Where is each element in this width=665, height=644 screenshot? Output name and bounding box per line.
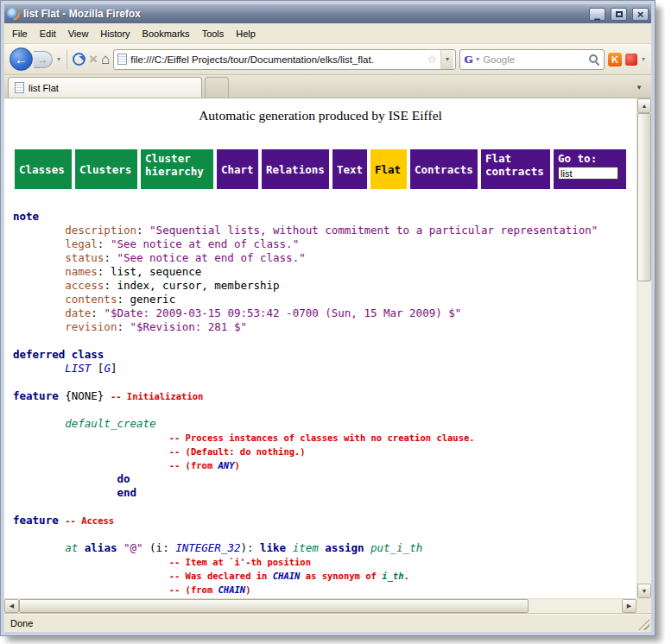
code-text	[286, 541, 293, 554]
search-placeholder[interactable]: Google	[483, 54, 586, 65]
tab-stub[interactable]	[205, 77, 229, 98]
horizontal-scroll-track[interactable]	[529, 599, 622, 613]
nav-button-label: Contracts	[415, 163, 473, 176]
nav-button-chart[interactable]: Chart	[217, 149, 258, 189]
code-line	[13, 403, 636, 417]
code-line: feature {NONE} -- Initialization	[13, 389, 636, 403]
class-link[interactable]: LIST	[65, 362, 91, 375]
code-text: "@"	[124, 541, 143, 554]
doc-nav-row: ClassesClustersCluster hierarchyChartRel…	[15, 149, 636, 189]
nav-button-clusters[interactable]: Clusters	[75, 149, 137, 189]
code-text: status	[65, 251, 104, 264]
horizontal-scrollbar[interactable]: ◀ ▶	[4, 598, 636, 613]
menu-item-file[interactable]: File	[6, 25, 34, 42]
code-line: date: "$Date: 2009-03-15 09:53:42 -0700 …	[13, 306, 636, 320]
nav-button-flat-contracts[interactable]: Flat contracts	[481, 149, 550, 189]
code-line	[13, 334, 636, 348]
class-link[interactable]: INTEGER_32	[175, 541, 240, 554]
forward-icon: →	[38, 54, 48, 66]
feature-link[interactable]: put_i_th	[370, 541, 422, 554]
code-text: legal	[65, 237, 98, 250]
content-area: Automatic generation produced by ISE Eif…	[4, 98, 651, 598]
code-line: -- (from CHAIN)	[13, 583, 636, 597]
class-link[interactable]: G	[104, 362, 111, 375]
class-link[interactable]: CHAIN	[218, 584, 246, 595]
code-line: description: "Sequential lists, without …	[13, 224, 636, 237]
vertical-scrollbar[interactable]: ▲ ▼	[636, 98, 651, 598]
code-line: end	[13, 486, 636, 500]
address-bar[interactable]: file:///C:/Eiffel Projects/tour/Document…	[113, 49, 456, 70]
nav-button-label: Flat	[375, 163, 401, 176]
nav-button-label: Chart	[221, 163, 254, 176]
feature-link[interactable]: i_th	[382, 571, 403, 581]
document-page: Automatic generation produced by ISE Eif…	[4, 98, 636, 598]
nav-button-text[interactable]: Text	[332, 149, 367, 189]
menu-item-help[interactable]: Help	[230, 25, 262, 42]
nav-button-classes[interactable]: Classes	[15, 149, 72, 189]
reload-icon[interactable]	[73, 53, 86, 66]
resize-grip[interactable]	[638, 619, 649, 630]
code-text: ]	[111, 362, 117, 375]
code-text	[13, 417, 65, 430]
scroll-up-button[interactable]: ▲	[637, 98, 651, 113]
code-text: date	[65, 306, 91, 319]
nav-button-flat[interactable]: Flat	[370, 149, 407, 189]
code-block: note description: "Sequential lists, wit…	[13, 210, 636, 597]
search-engine-dropdown-icon[interactable]: ▾	[475, 55, 480, 63]
code-text	[13, 486, 117, 499]
arrow-up-icon: ▲	[642, 103, 648, 109]
scroll-left-button[interactable]: ◀	[4, 599, 19, 613]
maximize-button[interactable]	[611, 8, 627, 21]
menu-item-tools[interactable]: Tools	[196, 25, 231, 42]
vertical-scroll-track[interactable]	[637, 281, 651, 584]
menu-item-edit[interactable]: Edit	[34, 25, 62, 42]
url-text[interactable]: file:///C:/Eiffel Projects/tour/Document…	[130, 54, 423, 65]
feature-link[interactable]: at	[65, 541, 78, 554]
history-dropdown-icon[interactable]: ▾	[56, 55, 61, 63]
title-bar[interactable]: list Flat - Mozilla Firefox ▁ ×	[4, 4, 651, 23]
menu-item-history[interactable]: History	[94, 25, 136, 42]
stop-icon[interactable]: ×	[89, 52, 98, 66]
code-text: -- Access	[65, 515, 114, 526]
addon-dropdown-icon[interactable]: ▾	[641, 55, 646, 63]
code-line: default_create	[13, 417, 636, 431]
addon-k-icon[interactable]: K	[608, 53, 622, 66]
home-icon[interactable]: ⌂	[101, 52, 110, 66]
back-button[interactable]: ←	[10, 47, 33, 71]
code-text: "Sequential lists, without commitment to…	[149, 224, 598, 237]
feature-link[interactable]: item	[293, 541, 319, 554]
code-text: like	[260, 541, 286, 554]
addon-shield-icon[interactable]	[625, 54, 637, 66]
code-text: "See notice at end of class."	[117, 251, 305, 264]
code-text: "See notice at end of class."	[111, 237, 299, 250]
code-text: description	[65, 224, 136, 237]
minimize-button[interactable]: ▁	[589, 8, 605, 21]
nav-button-cluster-hierarchy[interactable]: Cluster hierarchy	[141, 149, 213, 189]
search-icon[interactable]	[588, 54, 600, 66]
horizontal-scroll-thumb[interactable]	[19, 599, 529, 613]
nav-button-relations[interactable]: Relations	[262, 149, 329, 189]
nav-button-label: Go to:	[558, 152, 597, 165]
url-dropdown-button[interactable]: ▾	[440, 50, 453, 69]
vertical-scroll-thumb[interactable]	[637, 113, 651, 281]
class-link[interactable]: CHAIN	[273, 571, 301, 581]
scroll-down-button[interactable]: ▼	[637, 584, 651, 598]
class-link[interactable]: ANY	[218, 460, 235, 470]
goto-input[interactable]	[558, 167, 618, 180]
nav-button-go-to[interactable]: Go to:	[554, 149, 626, 189]
feature-link[interactable]: default_create	[65, 417, 155, 430]
search-bar[interactable]: G ▾ Google	[459, 49, 605, 70]
code-line: -- Process instances of classes with no …	[13, 431, 636, 445]
close-button[interactable]: ×	[632, 8, 649, 21]
menu-item-bookmarks[interactable]: Bookmarks	[136, 25, 196, 42]
tab-list-flat[interactable]: list Flat	[8, 77, 202, 98]
code-text: -- Process instances of classes with no …	[169, 432, 475, 443]
scroll-right-button[interactable]: ▶	[622, 599, 636, 613]
forward-button[interactable]: →	[34, 51, 53, 68]
list-all-tabs-button[interactable]: ▾	[630, 77, 648, 98]
code-text	[13, 431, 169, 444]
menu-item-view[interactable]: View	[62, 25, 95, 42]
bookmark-star-icon[interactable]: ☆	[427, 53, 437, 66]
code-line: contents: generic	[13, 293, 636, 306]
nav-button-contracts[interactable]: Contracts	[410, 149, 478, 189]
